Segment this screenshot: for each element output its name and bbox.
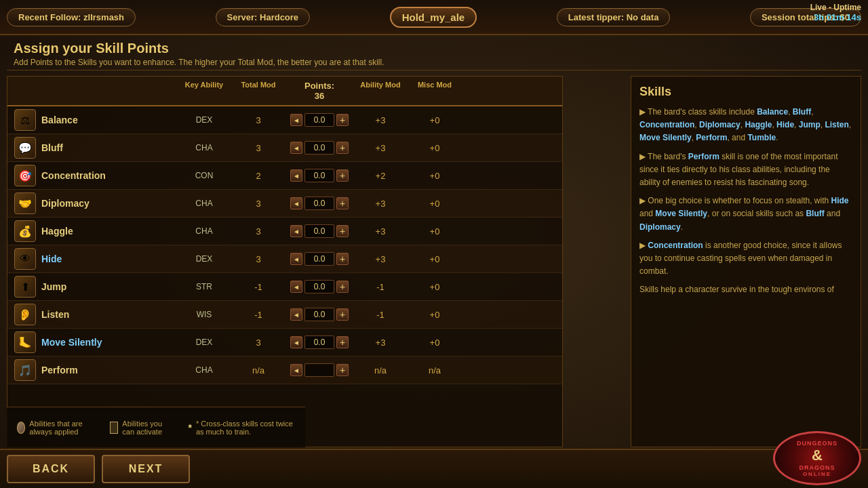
skill-ability-mod: +3 xyxy=(353,338,408,348)
highlight-term: Haggle xyxy=(745,120,772,129)
points-input[interactable] xyxy=(304,141,334,155)
increase-button[interactable]: + xyxy=(336,142,349,154)
increase-button[interactable]: + xyxy=(336,114,349,126)
skill-misc-mod: +0 xyxy=(408,143,462,153)
points-input[interactable] xyxy=(304,252,334,266)
live-label: Live - Uptime xyxy=(810,3,861,12)
skill-points-cell: ◄ + xyxy=(285,224,353,238)
decrease-button[interactable]: ◄ xyxy=(290,169,302,182)
increase-button[interactable]: + xyxy=(336,364,349,376)
skill-total-mod: n/a xyxy=(231,365,285,375)
skill-name-label: Jump xyxy=(41,281,66,292)
back-button[interactable]: BACK xyxy=(7,455,95,483)
skill-points-cell: ◄ + xyxy=(285,113,353,127)
increase-button[interactable]: + xyxy=(336,336,349,348)
decrease-button[interactable]: ◄ xyxy=(290,114,302,126)
table-row: 👁 Hide DEX 3 ◄ + +3 +0 xyxy=(7,245,562,273)
skill-name-label: Bluff xyxy=(41,142,63,153)
skill-ability-mod: n/a xyxy=(353,365,408,375)
skill-points-cell: ◄ + xyxy=(285,169,353,182)
skill-total-mod: 3 xyxy=(231,143,285,153)
skill-ability: DEX xyxy=(177,254,231,264)
increase-button[interactable]: + xyxy=(336,253,349,265)
skill-points-cell: ◄ + xyxy=(285,308,353,321)
skill-total-mod: 3 xyxy=(231,115,285,125)
skill-name-cell: ⚖ Balance xyxy=(14,109,177,131)
decrease-button[interactable]: ◄ xyxy=(290,225,302,237)
skill-name-label: Perform xyxy=(41,365,78,375)
increase-button[interactable]: + xyxy=(336,169,349,182)
decrease-button[interactable]: ◄ xyxy=(290,142,302,154)
skill-total-mod: 3 xyxy=(231,199,285,209)
skill-points-cell: ◄ + xyxy=(285,141,353,155)
skill-name-cell: 💬 Bluff xyxy=(14,137,177,159)
skill-name-label: Move Silently xyxy=(41,337,102,348)
skill-misc-mod: +0 xyxy=(408,226,462,237)
skill-name-label: Diplomacy xyxy=(41,198,90,209)
skill-total-mod: 3 xyxy=(231,338,285,348)
highlight-term: Move Silently xyxy=(655,209,707,218)
skill-name-cell: 🦶 Move Silently xyxy=(14,331,177,353)
dnd-ampersand: & xyxy=(812,447,823,464)
points-input[interactable] xyxy=(304,308,334,321)
skill-ability-mod: +3 xyxy=(353,199,408,209)
skill-misc-mod: +0 xyxy=(408,254,462,264)
skill-icon: 💰 xyxy=(14,220,36,242)
decrease-button[interactable]: ◄ xyxy=(290,364,302,376)
points-input[interactable] xyxy=(304,363,334,377)
skill-ability-mod: +3 xyxy=(353,226,408,237)
skill-points-cell: ◄ + xyxy=(285,252,353,266)
highlight-term: Concentration xyxy=(639,120,694,129)
header-skill xyxy=(14,81,177,101)
skill-ability: CHA xyxy=(177,143,231,152)
points-input[interactable] xyxy=(304,197,334,210)
skill-icon: 🎯 xyxy=(14,165,36,186)
skill-ability: DEX xyxy=(177,115,231,125)
skill-misc-mod: +0 xyxy=(408,310,462,320)
table-headers: Key Ability Total Mod Points: 36 Ability… xyxy=(7,77,562,106)
skill-misc-mod: +0 xyxy=(408,171,462,181)
skills-info-panel: Skills ▶ The bard's class skills include… xyxy=(631,76,861,447)
skill-points-cell: ◄ + xyxy=(285,280,353,293)
points-input[interactable] xyxy=(304,113,334,127)
skill-name-label: Concentration xyxy=(41,170,106,181)
page-title: Assign your Skill Points xyxy=(14,41,854,56)
increase-button[interactable]: + xyxy=(336,281,349,293)
next-button[interactable]: NEXT xyxy=(102,455,190,483)
points-input[interactable] xyxy=(304,224,334,238)
increase-button[interactable]: + xyxy=(336,225,349,237)
decrease-button[interactable]: ◄ xyxy=(290,308,302,321)
dnd-dungeons-text: DUNGEONS xyxy=(797,440,837,447)
recent-follow: Recent Follow: zIIrsmash xyxy=(7,8,136,26)
skill-ability: CHA xyxy=(177,199,231,208)
skill-name-cell: 🎯 Concentration xyxy=(14,165,177,186)
skill-ability: DEX xyxy=(177,338,231,347)
skill-name-cell: ⬆ Jump xyxy=(14,276,177,298)
page-subtitle: Add Points to the Skills you want to enh… xyxy=(14,58,854,67)
skill-icon: 🦶 xyxy=(14,331,36,353)
live-uptime: Live - Uptime 3h 01m 14s xyxy=(810,3,861,22)
bottom-bar: BACK NEXT DUNGEONS & DRAGONS ONLINE xyxy=(0,449,868,488)
highlight-term: Hide xyxy=(776,120,794,129)
header-key-ability: Key Ability xyxy=(177,81,231,101)
skill-total-mod: -1 xyxy=(231,310,285,320)
skill-misc-mod: +0 xyxy=(408,338,462,348)
decrease-button[interactable]: ◄ xyxy=(290,336,302,348)
highlight-term: Diplomacy xyxy=(639,222,681,232)
decrease-button[interactable]: ◄ xyxy=(290,197,302,209)
legend-item-1: Abilities that are always applied xyxy=(17,420,96,436)
increase-button[interactable]: + xyxy=(336,197,349,209)
highlight-term: Perform xyxy=(688,152,719,161)
highlight-term: Listen xyxy=(825,120,848,129)
dnd-logo-inner: DUNGEONS & DRAGONS ONLINE xyxy=(773,431,861,485)
points-input[interactable] xyxy=(304,169,334,182)
skill-total-mod: 3 xyxy=(231,254,285,264)
increase-button[interactable]: + xyxy=(336,308,349,321)
skill-name-cell: 👁 Hide xyxy=(14,248,177,270)
points-input[interactable] xyxy=(304,280,334,293)
decrease-button[interactable]: ◄ xyxy=(290,253,302,265)
points-input[interactable] xyxy=(304,336,334,349)
skill-ability-mod: +3 xyxy=(353,143,408,153)
decrease-button[interactable]: ◄ xyxy=(290,281,302,293)
skill-icon: 👁 xyxy=(14,248,36,270)
